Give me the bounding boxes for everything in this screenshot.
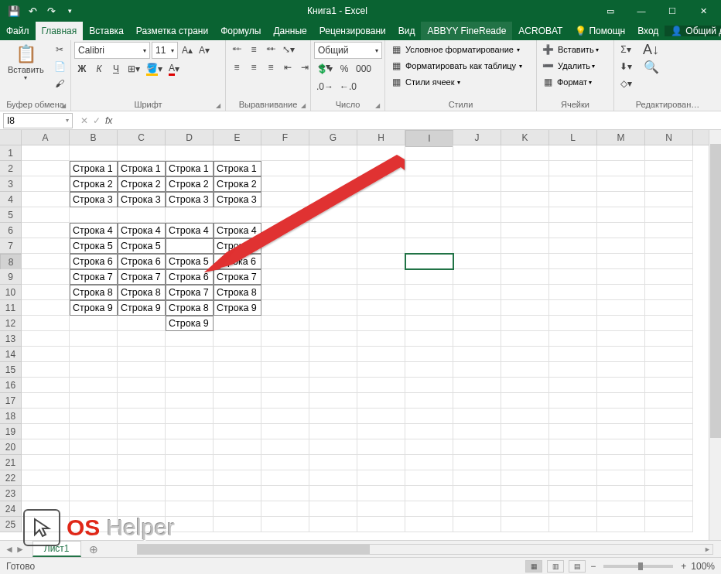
cell[interactable] [645, 238, 693, 254]
format-painter-icon[interactable]: 🖌 [52, 76, 68, 91]
col-header-L[interactable]: L [549, 130, 597, 145]
cell[interactable] [309, 316, 357, 331]
cell[interactable] [214, 409, 261, 424]
copy-icon[interactable]: 📄 [52, 59, 68, 74]
cell[interactable]: Строка 9 [118, 300, 166, 316]
cell[interactable] [22, 269, 70, 285]
cell[interactable] [70, 455, 118, 470]
cell[interactable] [597, 145, 645, 161]
cell[interactable] [501, 424, 549, 439]
cell[interactable] [549, 145, 597, 161]
sheet-next-icon[interactable]: ► [15, 544, 25, 555]
fill-color-icon[interactable]: 🪣▾ [144, 61, 165, 77]
col-header-M[interactable]: M [597, 130, 645, 145]
col-header-E[interactable]: E [214, 130, 261, 145]
cell[interactable] [261, 300, 309, 316]
row-header[interactable]: 17 [0, 393, 22, 409]
cell[interactable] [309, 393, 357, 409]
cell[interactable] [357, 269, 405, 285]
cell[interactable] [22, 285, 70, 300]
cell[interactable] [597, 362, 645, 378]
cell[interactable] [549, 393, 597, 409]
ribbon-options-icon[interactable]: ▭ [597, 3, 624, 19]
cell[interactable] [453, 455, 501, 470]
row-header[interactable]: 9 [0, 269, 22, 285]
tab-abbyy-finereade[interactable]: ABBYY FineReade [421, 22, 512, 40]
cell[interactable] [70, 409, 118, 424]
tab-вставка[interactable]: Вставка [83, 22, 130, 40]
cell[interactable] [70, 362, 118, 378]
cell[interactable]: Строка 3 [70, 192, 118, 207]
cell[interactable] [453, 439, 501, 455]
cell[interactable] [501, 501, 549, 517]
cell[interactable] [309, 409, 357, 424]
cell[interactable] [357, 285, 405, 300]
delete-cells-button[interactable]: ➖Удалить▾ [540, 58, 610, 74]
cell[interactable] [166, 393, 214, 409]
cell[interactable] [549, 176, 597, 192]
cell[interactable] [166, 207, 214, 223]
cell[interactable] [309, 192, 357, 207]
cell[interactable] [118, 362, 166, 378]
cell[interactable] [501, 331, 549, 347]
cell[interactable] [214, 207, 261, 223]
cell[interactable] [22, 393, 70, 409]
cell[interactable] [22, 439, 70, 455]
cell[interactable] [501, 362, 549, 378]
cell[interactable] [597, 254, 645, 269]
sheet-prev-icon[interactable]: ◄ [5, 544, 14, 555]
cell[interactable]: Строка 2 [70, 176, 118, 192]
cell[interactable] [309, 207, 357, 223]
cell[interactable]: Строка 1 [70, 161, 118, 176]
cell[interactable] [357, 347, 405, 362]
cell[interactable] [166, 409, 214, 424]
cell[interactable] [22, 300, 70, 316]
cell[interactable] [261, 439, 309, 455]
cell[interactable] [597, 223, 645, 238]
cell[interactable] [597, 347, 645, 362]
cell[interactable] [645, 439, 693, 455]
cell[interactable] [501, 470, 549, 486]
cell[interactable] [214, 501, 261, 517]
tab-help[interactable]: 💡Помощн [569, 26, 631, 36]
cell[interactable] [166, 238, 214, 254]
cell[interactable] [22, 331, 70, 347]
font-color-icon[interactable]: A▾ [166, 61, 182, 77]
cell[interactable] [405, 192, 453, 207]
cell[interactable] [166, 424, 214, 439]
cell[interactable] [309, 486, 357, 501]
grow-font-icon[interactable]: A▴ [179, 43, 195, 58]
cell[interactable] [501, 300, 549, 316]
cell[interactable] [261, 223, 309, 238]
orientation-icon[interactable]: ⤡▾ [280, 42, 297, 57]
cell[interactable] [405, 409, 453, 424]
cell[interactable] [214, 378, 261, 393]
cell[interactable] [597, 176, 645, 192]
cell[interactable] [70, 145, 118, 161]
cell[interactable] [453, 316, 501, 331]
cell[interactable] [453, 331, 501, 347]
cell[interactable] [405, 161, 453, 176]
cell[interactable]: Строка 4 [166, 223, 214, 238]
row-header[interactable]: 24 [0, 501, 22, 517]
cell[interactable] [549, 269, 597, 285]
cell[interactable] [597, 269, 645, 285]
cell[interactable] [453, 501, 501, 517]
cell[interactable] [357, 517, 405, 532]
cell[interactable] [118, 145, 166, 161]
cell[interactable]: Строка 8 [166, 300, 214, 316]
font-size-select[interactable]: 11▾ [152, 42, 178, 59]
cell[interactable] [645, 517, 693, 532]
cell[interactable] [309, 238, 357, 254]
format-table-button[interactable]: ▦Форматировать как таблицу▾ [388, 58, 533, 74]
cell[interactable] [118, 501, 166, 517]
cell[interactable] [597, 161, 645, 176]
page-layout-view-icon[interactable]: ▥ [547, 560, 564, 573]
cell[interactable] [166, 470, 214, 486]
cell[interactable]: Строка 7 [214, 269, 261, 285]
cell[interactable] [597, 501, 645, 517]
cell[interactable] [309, 517, 357, 532]
minimize-icon[interactable]: — [628, 3, 654, 19]
cell[interactable] [261, 207, 309, 223]
cell[interactable] [549, 486, 597, 501]
